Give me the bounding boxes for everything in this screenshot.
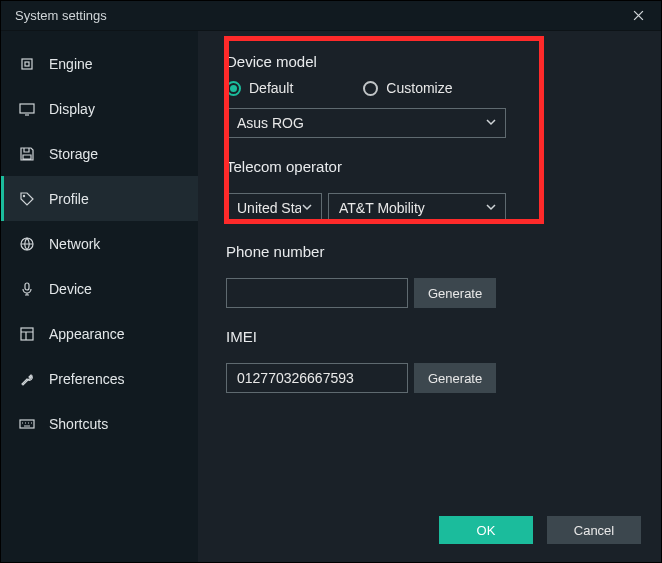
svg-rect-5	[25, 283, 29, 290]
phone-title: Phone number	[226, 243, 631, 260]
phone-generate-button[interactable]: Generate	[414, 278, 496, 308]
close-icon	[633, 10, 644, 21]
sidebar-item-appearance[interactable]: Appearance	[1, 311, 198, 356]
sidebar-item-profile[interactable]: Profile	[1, 176, 198, 221]
globe-icon	[19, 236, 35, 252]
svg-rect-1	[25, 62, 29, 66]
select-value: United States	[237, 200, 301, 216]
content-panel: Device model Default Customize Asus ROG …	[198, 31, 661, 562]
phone-input[interactable]	[226, 278, 408, 308]
imei-generate-button[interactable]: Generate	[414, 363, 496, 393]
sidebar-item-label: Profile	[49, 191, 89, 207]
sidebar-item-label: Storage	[49, 146, 98, 162]
keyboard-icon	[19, 416, 35, 432]
cancel-button[interactable]: Cancel	[547, 516, 641, 544]
chevron-down-icon	[485, 200, 497, 216]
sidebar-item-engine[interactable]: Engine	[1, 41, 198, 86]
sidebar-item-device[interactable]: Device	[1, 266, 198, 311]
radio-label: Default	[249, 80, 293, 96]
sidebar-item-label: Preferences	[49, 371, 124, 387]
ok-button[interactable]: OK	[439, 516, 533, 544]
svg-rect-0	[22, 59, 32, 69]
telecom-title: Telecom operator	[226, 158, 631, 175]
chevron-down-icon	[485, 115, 497, 131]
tag-icon	[19, 191, 35, 207]
svg-point-3	[23, 194, 25, 196]
cpu-icon	[19, 56, 35, 72]
sidebar-item-preferences[interactable]: Preferences	[1, 356, 198, 401]
telecom-country-select[interactable]: United States	[226, 193, 322, 223]
sidebar-item-storage[interactable]: Storage	[1, 131, 198, 176]
window-title: System settings	[15, 8, 107, 23]
svg-rect-6	[21, 328, 33, 340]
wrench-icon	[19, 371, 35, 387]
sidebar-item-label: Network	[49, 236, 100, 252]
sidebar-item-label: Device	[49, 281, 92, 297]
sidebar-item-label: Engine	[49, 56, 93, 72]
save-icon	[19, 146, 35, 162]
device-model-title: Device model	[226, 53, 631, 70]
layout-icon	[19, 326, 35, 342]
sidebar-item-label: Appearance	[49, 326, 125, 342]
radio-checked-icon	[226, 81, 241, 96]
imei-input[interactable]	[226, 363, 408, 393]
sidebar-item-network[interactable]: Network	[1, 221, 198, 266]
sidebar-item-label: Display	[49, 101, 95, 117]
chevron-down-icon	[301, 200, 313, 216]
sidebar-item-shortcuts[interactable]: Shortcuts	[1, 401, 198, 446]
device-model-select[interactable]: Asus ROG	[226, 108, 506, 138]
radio-default[interactable]: Default	[226, 80, 293, 96]
radio-customize[interactable]: Customize	[363, 80, 452, 96]
svg-rect-2	[20, 104, 34, 113]
radio-unchecked-icon	[363, 81, 378, 96]
select-value: Asus ROG	[237, 115, 304, 131]
radio-label: Customize	[386, 80, 452, 96]
close-button[interactable]	[616, 1, 661, 31]
imei-title: IMEI	[226, 328, 631, 345]
svg-rect-7	[20, 420, 34, 428]
telecom-operator-select[interactable]: AT&T Mobility	[328, 193, 506, 223]
display-icon	[19, 101, 35, 117]
titlebar: System settings	[1, 1, 661, 31]
sidebar-item-label: Shortcuts	[49, 416, 108, 432]
select-value: AT&T Mobility	[339, 200, 425, 216]
sidebar-item-display[interactable]: Display	[1, 86, 198, 131]
sidebar: Engine Display Storage Profile Network D	[1, 31, 198, 562]
mic-icon	[19, 281, 35, 297]
